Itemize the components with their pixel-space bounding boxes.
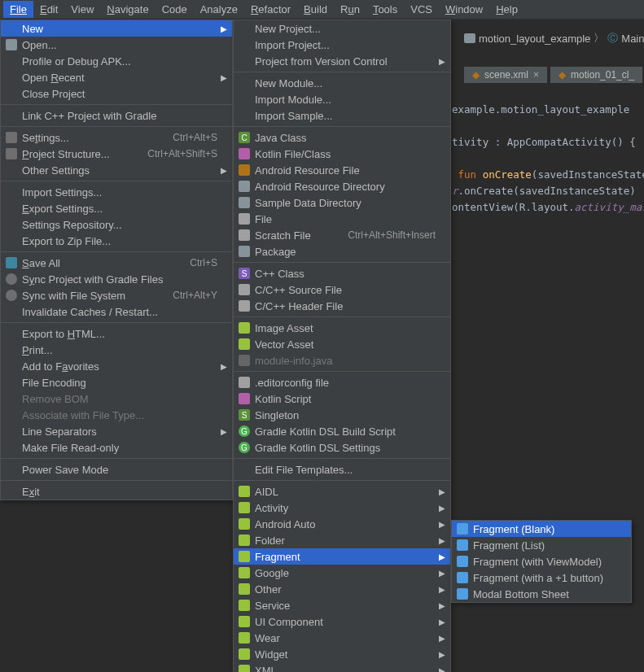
menubar-run[interactable]: Run [334, 1, 366, 18]
menu-cpp-class[interactable]: SC++ Class [234, 265, 450, 281]
menu-activity[interactable]: Activity▶ [234, 500, 450, 516]
crumb-folder[interactable]: motion_layout_example [479, 33, 590, 45]
submenu-arrow-icon: ▶ [439, 57, 445, 66]
menu-kotlin-file[interactable]: Kotlin File/Class [234, 146, 450, 162]
fragment-submenu: Fragment (Blank) Fragment (List) Fragmen… [451, 520, 632, 603]
menu-profile-apk[interactable]: Profile or Debug APK... [1, 53, 232, 69]
menu-open-recent[interactable]: Open Recent▶ [1, 69, 232, 85]
menu-export-zip[interactable]: Export to Zip File... [1, 233, 232, 249]
menu-sync-gradle[interactable]: Sync Project with Gradle Files [1, 271, 232, 287]
menu-singleton[interactable]: SSingleton [234, 407, 450, 423]
menu-separator [234, 126, 450, 127]
menu-project-from-vc[interactable]: Project from Version Control▶ [234, 53, 450, 69]
menu-export-settings[interactable]: Export Settings... [1, 200, 232, 216]
scratch-icon [238, 229, 251, 242]
menu-kotlin-script[interactable]: Kotlin Script [234, 391, 450, 407]
menu-sample-data-dir[interactable]: Sample Data Directory [234, 194, 450, 211]
menubar-window[interactable]: Window [439, 1, 489, 18]
tab-scene[interactable]: ◆ scene.xml × [464, 67, 547, 83]
menu-file-encoding[interactable]: File Encoding [1, 374, 232, 391]
menu-print[interactable]: Print... [1, 342, 232, 358]
menu-save-all[interactable]: Save AllCtrl+S [1, 255, 232, 271]
close-icon[interactable]: × [533, 69, 539, 81]
menu-settings-repository[interactable]: Settings Repository... [1, 216, 232, 233]
menu-folder[interactable]: Folder▶ [234, 532, 450, 548]
menu-separator [1, 181, 232, 181]
menu-new[interactable]: New▶ [1, 20, 232, 37]
menubar-file[interactable]: File [3, 1, 33, 18]
menu-gradle-build-script[interactable]: GGradle Kotlin DSL Build Script [234, 423, 450, 439]
menu-image-asset[interactable]: Image Asset [234, 320, 450, 336]
menu-import-sample[interactable]: Import Sample... [234, 107, 450, 124]
menu-separator [234, 480, 450, 481]
menubar-navigate[interactable]: Navigate [100, 1, 155, 18]
menu-remove-bom: Remove BOM [1, 391, 232, 407]
menu-fragment-blank[interactable]: Fragment (Blank) [452, 521, 631, 537]
menu-package[interactable]: Package [234, 243, 450, 260]
menu-exit[interactable]: Exit [1, 483, 232, 500]
menu-fragment-viewmodel[interactable]: Fragment (with ViewModel) [452, 553, 631, 569]
submenu-arrow-icon: ▶ [439, 617, 445, 626]
file-icon [238, 212, 251, 225]
menu-c-source[interactable]: C/C++ Source File [234, 281, 450, 298]
menu-android-resource-dir[interactable]: Android Resource Directory [234, 178, 450, 194]
menu-java-class[interactable]: CJava Class [234, 129, 450, 146]
menubar-refactor[interactable]: Refactor [244, 1, 297, 18]
menu-scratch-file[interactable]: Scratch FileCtrl+Alt+Shift+Insert [234, 227, 450, 243]
menubar-view[interactable]: View [64, 1, 100, 18]
menu-aidl[interactable]: AIDL▶ [234, 483, 450, 500]
menu-editorconfig[interactable]: .editorconfig file [234, 374, 450, 391]
menu-import-module[interactable]: Import Module... [234, 91, 450, 107]
menu-import-settings[interactable]: Import Settings... [1, 184, 232, 200]
menu-c-header[interactable]: C/C++ Header File [234, 298, 450, 314]
menu-sync-fs[interactable]: Sync with File SystemCtrl+Alt+Y [1, 287, 232, 303]
menu-gradle-settings[interactable]: GGradle Kotlin DSL Settings [234, 439, 450, 456]
menu-modal-bottom-sheet[interactable]: Modal Bottom Sheet [452, 586, 631, 602]
menubar-analyze[interactable]: Analyze [194, 1, 244, 18]
menu-file[interactable]: File [234, 211, 450, 227]
android-icon [238, 599, 251, 612]
menu-google[interactable]: Google▶ [234, 565, 450, 581]
menubar-edit[interactable]: Edit [33, 1, 64, 18]
menu-readonly[interactable]: Make File Read-only [1, 439, 232, 456]
menubar-help[interactable]: Help [489, 1, 524, 18]
menu-widget[interactable]: Widget▶ [234, 646, 450, 662]
menu-link-cpp[interactable]: Link C++ Project with Gradle [1, 107, 232, 124]
menu-vector-asset[interactable]: Vector Asset [234, 336, 450, 352]
menubar-vcs[interactable]: VCS [404, 1, 439, 18]
menu-android-auto[interactable]: Android Auto▶ [234, 516, 450, 532]
menu-edit-templates[interactable]: Edit File Templates... [234, 461, 450, 478]
menu-new-project[interactable]: New Project... [234, 20, 450, 37]
menu-invalidate-caches[interactable]: Invalidate Caches / Restart... [1, 303, 232, 320]
menu-close-project[interactable]: Close Project [1, 85, 232, 102]
menu-add-favorites[interactable]: Add to Favorites▶ [1, 358, 232, 374]
menu-other-settings[interactable]: Other Settings▶ [1, 162, 232, 178]
menu-ui-component[interactable]: UI Component▶ [234, 613, 450, 630]
menu-open[interactable]: Open... [1, 37, 232, 53]
crumb-class[interactable]: MainAc [621, 33, 644, 45]
menu-service[interactable]: Service▶ [234, 597, 450, 613]
menu-line-separators[interactable]: Line Separators▶ [1, 423, 232, 439]
code-editor[interactable]: example.motion_layout_example tivity : A… [452, 85, 644, 216]
fragment-icon [456, 571, 469, 584]
android-icon [238, 501, 251, 514]
menubar-code[interactable]: Code [156, 1, 194, 18]
menu-xml[interactable]: XML▶ [234, 662, 450, 672]
menu-project-structure[interactable]: Project Structure...Ctrl+Alt+Shift+S [1, 146, 232, 162]
menu-settings[interactable]: Settings...Ctrl+Alt+S [1, 129, 232, 146]
menu-module-info: module-info.java [234, 352, 450, 369]
menu-fragment[interactable]: Fragment▶ [234, 548, 450, 565]
menu-android-resource-file[interactable]: Android Resource File [234, 162, 450, 178]
menu-wear[interactable]: Wear▶ [234, 630, 450, 646]
menu-other[interactable]: Other▶ [234, 581, 450, 597]
menu-power-save[interactable]: Power Save Mode [1, 461, 232, 478]
file-icon [238, 354, 251, 367]
menu-new-module[interactable]: New Module... [234, 75, 450, 91]
menubar-build[interactable]: Build [297, 1, 334, 18]
menu-import-project[interactable]: Import Project... [234, 37, 450, 53]
menu-export-html[interactable]: Export to HTML... [1, 325, 232, 342]
menu-fragment-list[interactable]: Fragment (List) [452, 537, 631, 553]
tab-motion[interactable]: ◆ motion_01_cl_ [550, 67, 642, 83]
menubar-tools[interactable]: Tools [366, 1, 404, 18]
menu-fragment-plus1[interactable]: Fragment (with a +1 button) [452, 569, 631, 586]
